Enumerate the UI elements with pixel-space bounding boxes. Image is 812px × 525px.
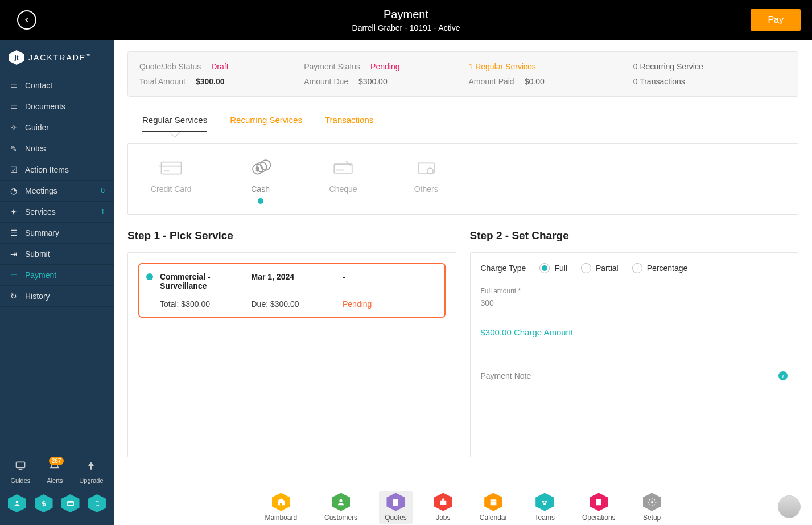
arrow-up-icon xyxy=(85,460,97,471)
back-button[interactable] xyxy=(17,10,36,30)
sidebar-item-notes[interactable]: ✎Notes xyxy=(0,138,114,159)
total-amount-label: Total Amount xyxy=(139,77,186,86)
service-name: Commercial - Surveillance xyxy=(160,272,252,290)
contact-icon: ▭ xyxy=(9,81,18,90)
badge: 1 xyxy=(101,208,105,216)
method-others[interactable]: Others xyxy=(414,158,438,204)
upgrade-button[interactable]: Upgrade xyxy=(79,460,103,484)
sidebar-item-label: Action Items xyxy=(25,165,69,174)
sidebar-item-label: Documents xyxy=(25,102,65,111)
logo-icon xyxy=(9,50,24,65)
svg-point-25 xyxy=(543,502,546,505)
radio-full[interactable]: Full xyxy=(539,263,567,273)
sidebar-item-label: Submit xyxy=(25,249,50,259)
service-card[interactable]: Commercial - Surveillance Mar 1, 2024 - … xyxy=(138,263,446,318)
bn-operations[interactable]: Operations xyxy=(576,491,621,524)
method-label: Credit Card xyxy=(151,184,192,194)
quotes-icon xyxy=(386,493,405,511)
top-header: Payment Darrell Graber - 10191 - Active … xyxy=(0,0,812,40)
hex-row xyxy=(0,489,114,518)
method-cash[interactable]: $ Cash xyxy=(249,158,273,204)
method-label: Cash xyxy=(249,184,273,194)
svg-point-18 xyxy=(339,499,342,502)
hex-transfer-button[interactable] xyxy=(88,494,106,512)
bn-quotes[interactable]: Quotes xyxy=(379,491,413,524)
method-label: Cheque xyxy=(329,184,357,194)
svg-point-2 xyxy=(15,501,18,503)
sidebar-item-payment[interactable]: ▭Payment xyxy=(0,265,114,286)
alert-count-badge: 267 xyxy=(49,457,64,465)
credit-card-icon xyxy=(159,158,183,178)
tab-regular-services[interactable]: Regular Services xyxy=(142,108,207,132)
info-icon[interactable]: i xyxy=(778,371,788,380)
logo[interactable]: JACKTRADE™ xyxy=(0,40,114,75)
main-content[interactable]: Quote/Job StatusDraft Payment StatusPend… xyxy=(114,40,812,501)
sidebar-item-guider[interactable]: ✧Guider xyxy=(0,117,114,138)
method-cheque[interactable]: Cheque xyxy=(329,158,357,204)
sidebar-item-label: Notes xyxy=(25,144,46,153)
sidebar-item-summary[interactable]: ☰Summary xyxy=(0,223,114,244)
method-label: Others xyxy=(414,184,438,194)
sidebar-item-history[interactable]: ↻History xyxy=(0,286,114,307)
radio-partial[interactable]: Partial xyxy=(581,263,619,273)
sidebar-item-label: Services xyxy=(25,207,56,216)
sidebar-item-action-items[interactable]: ☑Action Items xyxy=(0,159,114,181)
step2-column: Step 2 - Set Charge Charge Type Full Par… xyxy=(470,229,799,457)
tabs: Regular Services Recurring Services Tran… xyxy=(127,108,798,132)
hex-user-button[interactable] xyxy=(8,494,26,512)
meetings-icon: ◔ xyxy=(9,186,18,195)
service-radio[interactable] xyxy=(146,273,153,280)
hex-dollar-button[interactable] xyxy=(35,494,53,512)
charge-amount-text: $300.00 Charge Amount xyxy=(481,327,788,337)
sidebar-item-services[interactable]: ✦Services1 xyxy=(0,202,114,223)
svg-rect-26 xyxy=(596,499,601,505)
amount-due-label: Amount Due xyxy=(304,77,348,86)
sidebar-item-label: Contact xyxy=(25,81,52,90)
action-items-icon: ☑ xyxy=(9,165,18,174)
amount-paid-value: $0.00 xyxy=(525,77,545,86)
calendar-icon xyxy=(484,493,502,511)
service-extra: - xyxy=(343,272,434,290)
svg-point-24 xyxy=(545,500,547,502)
bn-mainboard[interactable]: Mainboard xyxy=(259,491,303,524)
full-amount-input[interactable] xyxy=(481,295,788,311)
radio-dot xyxy=(632,263,642,273)
jobs-icon xyxy=(434,493,452,511)
hex-card-button[interactable] xyxy=(61,494,80,512)
page-title: Payment xyxy=(352,8,460,21)
bn-setup[interactable]: Setup xyxy=(637,491,667,524)
radio-percentage[interactable]: Percentage xyxy=(632,263,688,273)
payment-status-value: Pending xyxy=(370,62,399,71)
sidebar-item-submit[interactable]: ⇥Submit xyxy=(0,244,114,265)
sidebar-item-meetings[interactable]: ◔Meetings0 xyxy=(0,181,114,202)
bn-teams[interactable]: Teams xyxy=(529,491,560,524)
documents-icon: ▭ xyxy=(9,102,18,111)
sidebar-item-label: Guider xyxy=(25,123,49,132)
steps-row: Step 1 - Pick Service Commercial - Surve… xyxy=(127,229,798,457)
mainboard-icon xyxy=(272,493,290,511)
sidebar-item-documents[interactable]: ▭Documents xyxy=(0,96,114,117)
sidebar-bottom: Guides 267 Alerts Upgrade xyxy=(0,449,114,525)
bn-jobs[interactable]: Jobs xyxy=(428,491,458,524)
sidebar-item-label: Payment xyxy=(25,270,56,280)
nav-list: ▭Contact ▭Documents ✧Guider ✎Notes ☑Acti… xyxy=(0,75,114,307)
alerts-button[interactable]: 267 Alerts xyxy=(47,460,63,484)
svg-point-11 xyxy=(261,160,271,170)
monitor-icon xyxy=(15,460,26,471)
sidebar-item-contact[interactable]: ▭Contact xyxy=(0,75,114,96)
svg-rect-4 xyxy=(67,502,73,506)
services-icon: ✦ xyxy=(9,207,18,216)
operations-icon xyxy=(590,493,608,511)
tab-recurring-services[interactable]: Recurring Services xyxy=(230,108,302,132)
user-icon xyxy=(13,499,21,507)
user-avatar[interactable] xyxy=(778,495,801,518)
bn-customers[interactable]: Customers xyxy=(319,491,363,524)
guides-button[interactable]: Guides xyxy=(10,460,30,484)
transfer-icon xyxy=(93,499,101,507)
summary-icon: ☰ xyxy=(9,228,18,237)
service-status: Pending xyxy=(343,300,434,309)
pay-button[interactable]: Pay xyxy=(751,9,801,31)
bn-calendar[interactable]: Calendar xyxy=(474,491,513,524)
tab-transactions[interactable]: Transactions xyxy=(325,108,373,132)
method-credit-card[interactable]: Credit Card xyxy=(151,158,192,204)
